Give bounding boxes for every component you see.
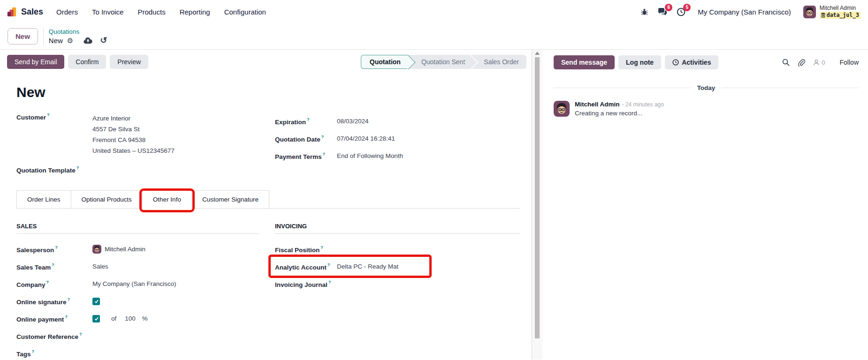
customer-reference-field-row: Customer Reference? bbox=[16, 327, 260, 345]
salesperson-label: Salesperson? bbox=[16, 245, 92, 254]
help-icon: ? bbox=[328, 280, 331, 285]
attachments-paperclip-icon[interactable] bbox=[798, 59, 805, 67]
form-scrollbar[interactable] bbox=[532, 50, 542, 360]
new-record-button[interactable]: New bbox=[8, 28, 38, 45]
other-info-page: SALES Salesperson? bbox=[16, 223, 520, 360]
invoicing-journal-label: Invoicing Journal? bbox=[275, 280, 337, 288]
expiration-input[interactable]: 08/03/2024 bbox=[337, 118, 369, 125]
help-icon: ? bbox=[65, 315, 68, 319]
preview-button[interactable]: Preview bbox=[110, 55, 148, 69]
menu-orders[interactable]: Orders bbox=[56, 8, 78, 16]
app-name[interactable]: Sales bbox=[21, 7, 43, 17]
sales-team-field-row: Sales Team? Sales bbox=[16, 258, 260, 275]
sales-team-input[interactable]: Sales bbox=[92, 263, 108, 270]
sales-group: SALES Salesperson? bbox=[16, 223, 260, 360]
scrollbar-up-arrow[interactable] bbox=[535, 52, 540, 55]
quotation-template-label: Quotation Template? bbox=[16, 165, 92, 174]
help-icon: ? bbox=[55, 245, 58, 250]
online-payment-amount-input[interactable]: 100 bbox=[125, 315, 136, 322]
quotation-date-field-row: Quotation Date? 07/04/2024 16:28:41 bbox=[275, 130, 520, 147]
salesperson-name: Mitchell Admin bbox=[105, 246, 145, 253]
help-icon: ? bbox=[323, 152, 326, 157]
follow-button[interactable]: Follow bbox=[840, 59, 859, 66]
customer-city: Fremont CA 94538 bbox=[92, 135, 175, 145]
tags-label: Tags? bbox=[16, 349, 92, 358]
check-icon bbox=[94, 316, 99, 321]
invoicing-journal-field-row: Invoicing Journal? bbox=[275, 275, 520, 292]
quotation-date-input[interactable]: 07/04/2024 16:28:41 bbox=[337, 135, 395, 142]
database-name: data_jul_3 bbox=[827, 12, 859, 18]
followers-toggle[interactable]: 0 bbox=[813, 59, 825, 66]
tab-optional-products[interactable]: Optional Products bbox=[71, 190, 143, 208]
form-action-bar: Send by Email Confirm Preview Quotation … bbox=[0, 50, 532, 74]
analytic-account-input[interactable]: Delta PC - Ready Mat bbox=[337, 263, 398, 270]
help-icon: ? bbox=[79, 332, 82, 337]
divider-line bbox=[554, 88, 691, 88]
message-author-avatar[interactable] bbox=[554, 101, 570, 117]
status-quotation-sent[interactable]: Quotation Sent bbox=[408, 55, 472, 69]
customer-value[interactable]: Azure Interior 4557 De Silva St Fremont … bbox=[92, 112, 175, 156]
send-by-email-button[interactable]: Send by Email bbox=[7, 55, 64, 69]
divider-line bbox=[722, 88, 859, 88]
send-message-button[interactable]: Send message bbox=[554, 55, 615, 69]
online-payment-checkbox[interactable] bbox=[92, 315, 100, 322]
breadcrumb-quotations-link[interactable]: Quotations bbox=[49, 28, 107, 36]
online-signature-field-row: Online signature? bbox=[16, 292, 260, 310]
check-icon bbox=[94, 299, 99, 304]
customer-street: 4557 De Silva St bbox=[92, 124, 175, 135]
company-input[interactable]: My Company (San Francisco) bbox=[92, 280, 176, 287]
status-quotation[interactable]: Quotation bbox=[361, 55, 408, 69]
control-panel: New Quotations New ⚙ ↺ bbox=[0, 23, 868, 50]
messages-icon[interactable]: 6 bbox=[658, 8, 667, 16]
help-icon: ? bbox=[76, 165, 79, 170]
chatter-icons: 0 Follow bbox=[782, 59, 859, 67]
search-messages-icon[interactable] bbox=[782, 59, 790, 66]
payment-terms-input[interactable]: End of Following Month bbox=[337, 152, 403, 159]
help-icon: ? bbox=[307, 117, 310, 122]
message-body: Creating a new record... bbox=[575, 110, 664, 117]
form-view: Send by Email Confirm Preview Quotation … bbox=[0, 50, 532, 360]
save-cloud-icon[interactable] bbox=[84, 37, 92, 44]
debug-bug-icon[interactable] bbox=[640, 8, 648, 16]
tab-order-lines[interactable]: Order Lines bbox=[16, 190, 71, 208]
message-content: Mitchell Admin - 24 minutes ago Creating… bbox=[575, 101, 664, 117]
confirm-button[interactable]: Confirm bbox=[68, 55, 106, 69]
menu-products[interactable]: Products bbox=[137, 8, 165, 16]
online-payment-field-row: Online payment? of 100 % bbox=[16, 310, 260, 327]
gear-actions-icon[interactable]: ⚙ bbox=[67, 36, 73, 45]
activities-button[interactable]: Activities bbox=[665, 55, 718, 69]
online-payment-of-label: of bbox=[111, 315, 116, 322]
status-sales-order[interactable]: Sales Order bbox=[472, 55, 526, 69]
user-menu[interactable]: Mitchell Admin data_jul_3 bbox=[803, 5, 860, 18]
followers-count: 0 bbox=[822, 59, 825, 66]
header-fields: Customer? Azure Interior 4557 De Silva S… bbox=[16, 112, 520, 178]
menu-to-invoice[interactable]: To Invoice bbox=[92, 8, 124, 16]
menu-reporting[interactable]: Reporting bbox=[180, 8, 210, 16]
log-note-button[interactable]: Log note bbox=[618, 55, 661, 69]
discard-undo-icon[interactable]: ↺ bbox=[100, 36, 107, 45]
tab-customer-signature[interactable]: Customer Signature bbox=[191, 190, 269, 208]
message-author[interactable]: Mitchell Admin bbox=[575, 101, 620, 108]
tab-other-info[interactable]: Other Info bbox=[142, 190, 192, 208]
menu-configuration[interactable]: Configuration bbox=[224, 8, 266, 16]
chatter-panel: Send message Log note Activities bbox=[542, 50, 868, 360]
activities-badge: 5 bbox=[683, 4, 691, 11]
activities-clock-icon[interactable]: 5 bbox=[677, 8, 685, 16]
customer-field-row: Customer? Azure Interior 4557 De Silva S… bbox=[16, 112, 260, 156]
user-name: Mitchell Admin bbox=[820, 5, 860, 12]
sales-app-home[interactable]: Sales bbox=[7, 7, 43, 17]
help-icon: ? bbox=[47, 112, 50, 117]
expiration-label: Expiration? bbox=[275, 117, 337, 126]
company-switcher[interactable]: My Company (San Francisco) bbox=[698, 8, 791, 16]
customer-name: Azure Interior bbox=[92, 113, 175, 124]
company-field-row: Company? My Company (San Francisco) bbox=[16, 275, 260, 292]
online-signature-checkbox[interactable] bbox=[92, 298, 100, 305]
customer-label: Customer? bbox=[16, 112, 92, 121]
top-navbar: Sales Orders To Invoice Products Reporti… bbox=[0, 0, 868, 23]
online-signature-label: Online signature? bbox=[16, 297, 92, 306]
company-label: Company? bbox=[16, 280, 92, 288]
analytic-account-field-row: Analytic Account? Delta PC - Ready Mat bbox=[275, 258, 520, 275]
online-payment-label: Online payment? bbox=[16, 315, 92, 323]
scrollbar-thumb[interactable] bbox=[535, 57, 540, 338]
salesperson-input[interactable]: Mitchell Admin bbox=[92, 245, 145, 254]
